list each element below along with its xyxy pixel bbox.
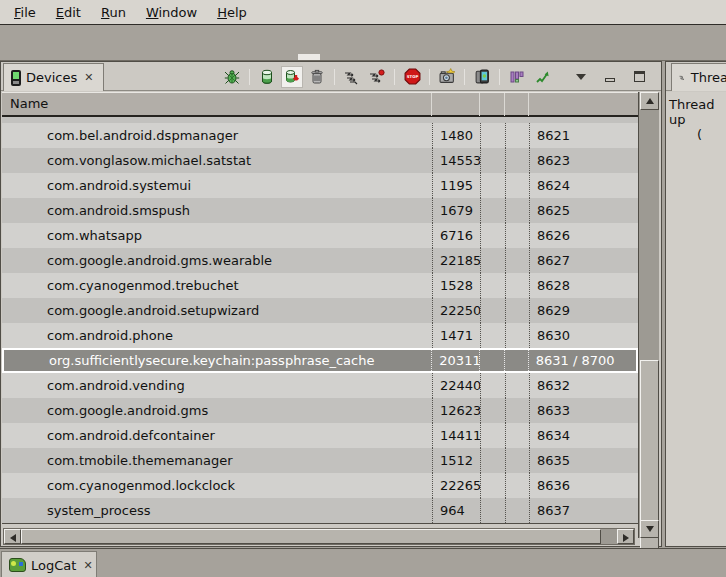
tab-devices[interactable]: Devices ✕ bbox=[3, 63, 104, 91]
menu-window[interactable]: Window bbox=[136, 2, 207, 23]
column-divider[interactable] bbox=[528, 93, 529, 116]
tab-threads-label: Threads bbox=[691, 70, 726, 85]
minimize-icon[interactable] bbox=[600, 67, 620, 87]
process-pid: 22250 bbox=[432, 298, 480, 323]
scroll-right-button[interactable] bbox=[617, 529, 634, 544]
update-heap-icon[interactable] bbox=[257, 67, 277, 87]
systrace-icon[interactable] bbox=[507, 67, 527, 87]
process-pid: 1512 bbox=[432, 448, 480, 473]
table-row[interactable]: com.whatsapp67168626 bbox=[2, 223, 638, 248]
empty-cell bbox=[504, 350, 528, 371]
dump-hprof-icon[interactable] bbox=[282, 67, 302, 87]
toolbar-separator bbox=[249, 69, 250, 85]
screen-record-icon[interactable] bbox=[472, 67, 492, 87]
process-name: com.android.smspush bbox=[2, 198, 432, 223]
menu-edit[interactable]: Edit bbox=[46, 2, 91, 23]
process-name: org.sufficientlysecure.keychain:passphra… bbox=[4, 350, 431, 371]
scroll-down-button[interactable] bbox=[640, 520, 659, 538]
empty-cell bbox=[505, 498, 529, 523]
table-row-selected[interactable]: org.sufficientlysecure.keychain:passphra… bbox=[2, 348, 638, 373]
column-divider[interactable] bbox=[504, 93, 505, 116]
table-row[interactable]: com.google.android.setupwizard222508629 bbox=[2, 298, 638, 323]
toolbar-separator bbox=[499, 69, 500, 85]
close-icon[interactable]: ✕ bbox=[82, 71, 93, 84]
table-row[interactable]: com.tmobile.thememanager15128635 bbox=[2, 448, 638, 473]
cause-gc-icon[interactable] bbox=[307, 67, 327, 87]
maximize-icon[interactable] bbox=[629, 67, 649, 87]
menu-file[interactable]: File bbox=[4, 2, 46, 23]
tab-logcat-label: LogCat bbox=[31, 558, 76, 573]
column-divider[interactable] bbox=[479, 93, 480, 116]
process-name: com.google.android.setupwizard bbox=[2, 298, 432, 323]
tab-devices-label: Devices bbox=[26, 70, 77, 85]
empty-cell bbox=[480, 248, 505, 273]
table-row[interactable]: com.android.phone14718630 bbox=[2, 323, 638, 348]
empty-cell bbox=[505, 448, 529, 473]
screen-capture-icon[interactable] bbox=[437, 67, 457, 87]
menu-run[interactable]: Run bbox=[91, 2, 136, 23]
sash-handle[interactable] bbox=[298, 54, 320, 60]
table-row[interactable]: com.google.android.gms.wearable221858627 bbox=[2, 248, 638, 273]
toolbar-separator bbox=[394, 69, 395, 85]
ddms-toolbar: STOP bbox=[222, 64, 649, 89]
threads-icon bbox=[679, 71, 686, 85]
column-divider[interactable] bbox=[431, 93, 432, 116]
table-row[interactable]: com.google.android.gms126238633 bbox=[2, 398, 638, 423]
table-row[interactable]: com.cyanogenmod.lockclock222658636 bbox=[2, 473, 638, 498]
process-name: com.google.android.gms bbox=[2, 398, 432, 423]
process-name: com.android.defcontainer bbox=[2, 423, 432, 448]
table-row[interactable]: com.cyanogenmod.trebuchet15288628 bbox=[2, 273, 638, 298]
update-threads-icon[interactable] bbox=[342, 67, 362, 87]
start-opengl-trace-icon[interactable] bbox=[532, 67, 552, 87]
process-port: 8637 bbox=[529, 498, 638, 523]
vertical-scrollbar[interactable] bbox=[638, 92, 659, 538]
table-row[interactable]: com.android.vending224408632 bbox=[2, 373, 638, 398]
empty-cell bbox=[505, 248, 529, 273]
empty-cell bbox=[480, 148, 505, 173]
tab-threads[interactable]: Threads bbox=[671, 63, 726, 91]
menu-bar: File Edit Run Window Help bbox=[0, 0, 726, 25]
debug-attach-icon[interactable] bbox=[222, 67, 242, 87]
process-name: com.android.phone bbox=[2, 323, 432, 348]
process-port: 8632 bbox=[529, 373, 638, 398]
empty-cell bbox=[505, 398, 529, 423]
process-port: 8625 bbox=[529, 198, 638, 223]
process-pid: 22440 bbox=[432, 373, 480, 398]
table-row[interactable]: system_process9648637 bbox=[2, 498, 638, 523]
stop-process-icon[interactable]: STOP bbox=[402, 67, 422, 87]
process-name: com.cyanogenmod.lockclock bbox=[2, 473, 432, 498]
table-row[interactable]: com.android.systemui11958624 bbox=[2, 173, 638, 198]
tab-logcat[interactable]: LogCat ✕ bbox=[1, 551, 97, 577]
devices-tabbar: Devices ✕ bbox=[1, 62, 661, 91]
process-pid: 1471 bbox=[432, 323, 480, 348]
devices-panel: Devices ✕ bbox=[0, 61, 662, 547]
process-pid: 14553 bbox=[432, 148, 480, 173]
menu-help[interactable]: Help bbox=[207, 2, 257, 23]
table-row[interactable]: com.android.smspush16798625 bbox=[2, 198, 638, 223]
process-name: system_process bbox=[2, 498, 432, 523]
start-method-profiling-icon[interactable] bbox=[367, 67, 387, 87]
table-row[interactable]: com.android.defcontainer144118634 bbox=[2, 423, 638, 448]
process-pid: 1195 bbox=[432, 173, 480, 198]
empty-cell bbox=[480, 398, 505, 423]
column-header-name[interactable]: Name bbox=[10, 96, 48, 111]
process-name: com.vonglasow.michael.satstat bbox=[2, 148, 432, 173]
table-row[interactable]: com.bel.android.dspmanager14808621 bbox=[2, 123, 638, 148]
close-icon[interactable]: ✕ bbox=[81, 559, 92, 572]
scroll-left-button[interactable] bbox=[4, 529, 21, 544]
empty-cell bbox=[505, 148, 529, 173]
view-menu-icon[interactable] bbox=[571, 67, 591, 87]
scroll-up-button[interactable] bbox=[640, 92, 659, 110]
empty-cell bbox=[505, 473, 529, 498]
logcat-bar: LogCat ✕ bbox=[0, 548, 726, 577]
empty-cell bbox=[480, 423, 505, 448]
empty-cell bbox=[480, 473, 505, 498]
stop-label: STOP bbox=[406, 74, 418, 79]
process-pid: 1480 bbox=[432, 123, 480, 148]
horizontal-scroll-thumb[interactable] bbox=[21, 529, 601, 544]
empty-cell bbox=[480, 373, 505, 398]
horizontal-scrollbar[interactable] bbox=[3, 528, 635, 545]
process-name: com.tmobile.thememanager bbox=[2, 448, 432, 473]
process-port: 8621 bbox=[529, 123, 638, 148]
table-row[interactable]: com.vonglasow.michael.satstat145538623 bbox=[2, 148, 638, 173]
